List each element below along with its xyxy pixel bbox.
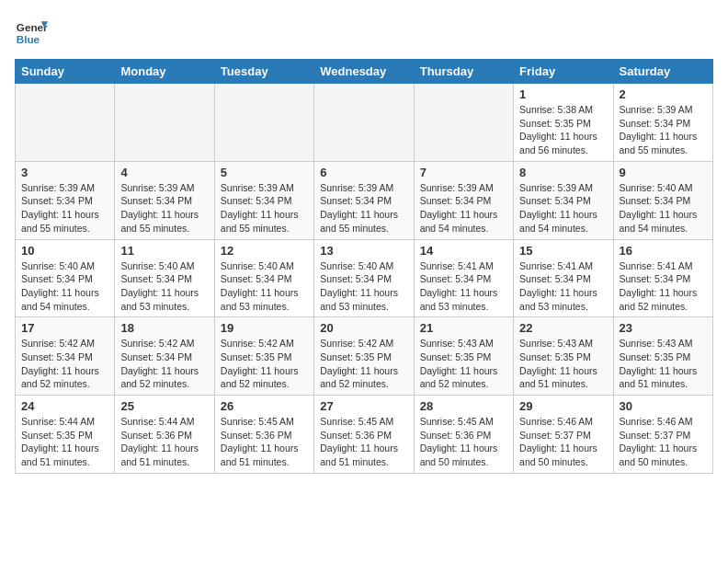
day-info: Sunrise: 5:43 AM Sunset: 5:35 PM Dayligh…	[519, 337, 607, 391]
calendar-cell: 4Sunrise: 5:39 AM Sunset: 5:34 PM Daylig…	[115, 161, 214, 239]
calendar-cell: 14Sunrise: 5:41 AM Sunset: 5:34 PM Dayli…	[414, 239, 513, 317]
calendar-cell: 10Sunrise: 5:40 AM Sunset: 5:34 PM Dayli…	[16, 239, 115, 317]
calendar-cell: 26Sunrise: 5:45 AM Sunset: 5:36 PM Dayli…	[214, 396, 313, 474]
weekday-header-cell: Monday	[115, 60, 214, 84]
day-info: Sunrise: 5:40 AM Sunset: 5:34 PM Dayligh…	[320, 259, 407, 314]
weekday-header-cell: Friday	[514, 60, 613, 84]
day-info: Sunrise: 5:42 AM Sunset: 5:34 PM Dayligh…	[21, 337, 108, 391]
calendar-cell: 6Sunrise: 5:39 AM Sunset: 5:34 PM Daylig…	[314, 161, 414, 239]
calendar-cell	[214, 84, 313, 162]
calendar-cell: 3Sunrise: 5:39 AM Sunset: 5:34 PM Daylig…	[16, 161, 115, 239]
weekday-header-cell: Saturday	[613, 60, 712, 84]
calendar-cell: 24Sunrise: 5:44 AM Sunset: 5:35 PM Dayli…	[16, 396, 115, 474]
day-info: Sunrise: 5:44 AM Sunset: 5:36 PM Dayligh…	[120, 415, 208, 469]
svg-text:Blue: Blue	[17, 33, 40, 45]
day-number: 3	[21, 166, 108, 179]
day-number: 26	[221, 399, 308, 413]
calendar-week-row: 3Sunrise: 5:39 AM Sunset: 5:34 PM Daylig…	[16, 161, 713, 239]
day-info: Sunrise: 5:45 AM Sunset: 5:36 PM Dayligh…	[420, 415, 507, 469]
calendar-cell	[314, 84, 414, 162]
day-number: 16	[620, 244, 707, 258]
calendar-cell: 8Sunrise: 5:39 AM Sunset: 5:34 PM Daylig…	[514, 161, 613, 239]
calendar-cell: 15Sunrise: 5:41 AM Sunset: 5:34 PM Dayli…	[514, 239, 613, 317]
day-number: 17	[21, 321, 108, 335]
logo: General Blue	[15, 15, 51, 48]
day-number: 18	[120, 321, 208, 335]
day-number: 1	[519, 87, 607, 101]
day-info: Sunrise: 5:42 AM Sunset: 5:35 PM Dayligh…	[221, 337, 308, 391]
calendar-week-row: 17Sunrise: 5:42 AM Sunset: 5:34 PM Dayli…	[16, 317, 713, 396]
calendar-cell: 11Sunrise: 5:40 AM Sunset: 5:34 PM Dayli…	[115, 239, 214, 317]
day-number: 28	[420, 399, 507, 413]
day-number: 19	[221, 321, 308, 335]
day-number: 9	[620, 166, 707, 179]
calendar-cell: 17Sunrise: 5:42 AM Sunset: 5:34 PM Dayli…	[16, 317, 115, 396]
day-number: 7	[420, 166, 507, 179]
calendar-cell: 7Sunrise: 5:39 AM Sunset: 5:34 PM Daylig…	[414, 161, 513, 239]
calendar-cell: 21Sunrise: 5:43 AM Sunset: 5:35 PM Dayli…	[414, 317, 513, 396]
calendar-cell	[115, 84, 214, 162]
calendar-table: SundayMondayTuesdayWednesdayThursdayFrid…	[15, 59, 713, 474]
calendar-cell: 16Sunrise: 5:41 AM Sunset: 5:34 PM Dayli…	[613, 239, 712, 317]
day-info: Sunrise: 5:39 AM Sunset: 5:34 PM Dayligh…	[21, 181, 108, 236]
day-number: 13	[320, 244, 407, 258]
weekday-header-cell: Wednesday	[314, 60, 414, 84]
calendar-cell: 23Sunrise: 5:43 AM Sunset: 5:35 PM Dayli…	[613, 317, 712, 396]
calendar-cell: 28Sunrise: 5:45 AM Sunset: 5:36 PM Dayli…	[414, 396, 513, 474]
day-info: Sunrise: 5:42 AM Sunset: 5:35 PM Dayligh…	[320, 337, 407, 391]
day-number: 27	[320, 399, 407, 413]
day-number: 30	[620, 399, 707, 413]
calendar-cell: 2Sunrise: 5:39 AM Sunset: 5:34 PM Daylig…	[613, 84, 712, 162]
calendar-cell: 19Sunrise: 5:42 AM Sunset: 5:35 PM Dayli…	[214, 317, 313, 396]
day-number: 5	[221, 166, 308, 179]
calendar-week-row: 1Sunrise: 5:38 AM Sunset: 5:35 PM Daylig…	[16, 84, 713, 162]
calendar-cell	[414, 84, 513, 162]
day-info: Sunrise: 5:39 AM Sunset: 5:34 PM Dayligh…	[519, 181, 607, 236]
day-number: 4	[120, 166, 208, 179]
calendar-cell: 27Sunrise: 5:45 AM Sunset: 5:36 PM Dayli…	[314, 396, 414, 474]
weekday-header-cell: Thursday	[414, 60, 513, 84]
calendar-cell: 5Sunrise: 5:39 AM Sunset: 5:34 PM Daylig…	[214, 161, 313, 239]
day-number: 22	[519, 321, 607, 335]
day-info: Sunrise: 5:41 AM Sunset: 5:34 PM Dayligh…	[620, 259, 707, 314]
day-number: 12	[221, 244, 308, 258]
day-info: Sunrise: 5:39 AM Sunset: 5:34 PM Dayligh…	[420, 181, 507, 236]
weekday-header-cell: Tuesday	[214, 60, 313, 84]
day-number: 25	[120, 399, 208, 413]
day-info: Sunrise: 5:40 AM Sunset: 5:34 PM Dayligh…	[120, 259, 208, 314]
day-info: Sunrise: 5:43 AM Sunset: 5:35 PM Dayligh…	[620, 337, 707, 391]
day-info: Sunrise: 5:39 AM Sunset: 5:34 PM Dayligh…	[620, 103, 707, 157]
day-number: 14	[420, 244, 507, 258]
day-info: Sunrise: 5:46 AM Sunset: 5:37 PM Dayligh…	[519, 415, 607, 469]
day-info: Sunrise: 5:40 AM Sunset: 5:34 PM Dayligh…	[620, 181, 707, 236]
page-header: General Blue	[15, 15, 713, 48]
calendar-cell: 30Sunrise: 5:46 AM Sunset: 5:37 PM Dayli…	[613, 396, 712, 474]
logo-icon: General Blue	[15, 15, 48, 48]
weekday-header-row: SundayMondayTuesdayWednesdayThursdayFrid…	[16, 60, 713, 84]
calendar-cell: 1Sunrise: 5:38 AM Sunset: 5:35 PM Daylig…	[514, 84, 613, 162]
day-number: 20	[320, 321, 407, 335]
day-info: Sunrise: 5:40 AM Sunset: 5:34 PM Dayligh…	[221, 259, 308, 314]
day-info: Sunrise: 5:39 AM Sunset: 5:34 PM Dayligh…	[320, 181, 407, 236]
calendar-cell: 12Sunrise: 5:40 AM Sunset: 5:34 PM Dayli…	[214, 239, 313, 317]
day-info: Sunrise: 5:39 AM Sunset: 5:34 PM Dayligh…	[221, 181, 308, 236]
calendar-week-row: 10Sunrise: 5:40 AM Sunset: 5:34 PM Dayli…	[16, 239, 713, 317]
day-number: 10	[21, 244, 108, 258]
day-info: Sunrise: 5:42 AM Sunset: 5:34 PM Dayligh…	[120, 337, 208, 391]
calendar-week-row: 24Sunrise: 5:44 AM Sunset: 5:35 PM Dayli…	[16, 396, 713, 474]
day-info: Sunrise: 5:40 AM Sunset: 5:34 PM Dayligh…	[21, 259, 108, 314]
calendar-cell: 9Sunrise: 5:40 AM Sunset: 5:34 PM Daylig…	[613, 161, 712, 239]
day-info: Sunrise: 5:41 AM Sunset: 5:34 PM Dayligh…	[420, 259, 507, 314]
day-info: Sunrise: 5:43 AM Sunset: 5:35 PM Dayligh…	[420, 337, 507, 391]
day-number: 21	[420, 321, 507, 335]
calendar-cell	[16, 84, 115, 162]
day-info: Sunrise: 5:45 AM Sunset: 5:36 PM Dayligh…	[320, 415, 407, 469]
day-number: 8	[519, 166, 607, 179]
calendar-cell: 18Sunrise: 5:42 AM Sunset: 5:34 PM Dayli…	[115, 317, 214, 396]
weekday-header-cell: Sunday	[16, 60, 115, 84]
day-info: Sunrise: 5:46 AM Sunset: 5:37 PM Dayligh…	[620, 415, 707, 469]
day-number: 2	[620, 87, 707, 101]
calendar-cell: 25Sunrise: 5:44 AM Sunset: 5:36 PM Dayli…	[115, 396, 214, 474]
day-info: Sunrise: 5:44 AM Sunset: 5:35 PM Dayligh…	[21, 415, 108, 469]
calendar-cell: 20Sunrise: 5:42 AM Sunset: 5:35 PM Dayli…	[314, 317, 414, 396]
